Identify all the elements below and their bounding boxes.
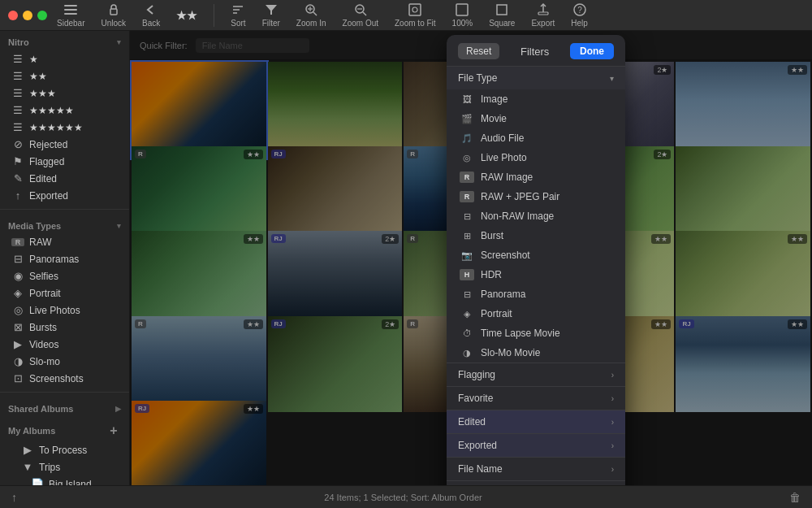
sidebar-item-flagged[interactable]: ⚑ Flagged [3, 153, 126, 170]
sidebar-item-screenshots[interactable]: ⊡ Screenshots [3, 370, 126, 387]
filter-row-flagging[interactable]: Flagging › [447, 363, 625, 387]
square-button[interactable]: Square [489, 2, 515, 28]
filter-portrait[interactable]: ◈ Portrait [447, 304, 625, 323]
zoom-out-button[interactable]: Zoom Out [343, 2, 378, 28]
filter-nonraw[interactable]: ⊟ Non-RAW Image [447, 206, 625, 226]
zoom-100-label: 100% [452, 19, 473, 28]
screenshot-label: Screenshot [481, 250, 530, 261]
sidebar-item-2star[interactable]: ☰ ★★ [3, 67, 126, 85]
sidebar-item-5star[interactable]: ☰ ★★★★★ [3, 102, 126, 119]
filter-raw[interactable]: R RAW Image [447, 167, 625, 187]
sidebar-item-rejected[interactable]: ⊘ Rejected [3, 136, 126, 153]
sort-button[interactable]: Sort [231, 2, 245, 28]
livephoto-icon: ◎ [460, 152, 474, 163]
favorite-label: Favorite [458, 393, 493, 404]
sidebar-exported-label: Exported [29, 190, 68, 202]
timelapse-icon: ⏱ [460, 328, 474, 339]
sidebar-item-raw[interactable]: R RAW [3, 234, 126, 250]
sidebar-item-trips[interactable]: ▼ Trips [3, 458, 126, 475]
export-button[interactable]: Export [531, 2, 555, 28]
filter-row-filename[interactable]: File Name › [447, 458, 625, 481]
my-albums-label: My Albums [8, 426, 55, 436]
slomo-icon: ◑ [11, 355, 24, 367]
sidebar-item-panoramas[interactable]: ⊟ Panoramas [3, 250, 126, 267]
filter-row-exported[interactable]: Exported › [447, 434, 625, 458]
sidebar-item-videos[interactable]: ▶ Videos [3, 336, 126, 353]
add-album-button[interactable]: + [106, 423, 121, 438]
filter-image[interactable]: 🖼 Image [447, 89, 625, 109]
panorama-icon: ⊟ [11, 253, 24, 265]
filter-reset-button[interactable]: Reset [458, 43, 499, 59]
selfies-icon: ◉ [11, 270, 24, 282]
help-button[interactable]: ? Help [571, 2, 588, 28]
shared-albums-label: Shared Albums [8, 404, 73, 414]
statusbar: ↑ 24 Items; 1 Selected; Sort: Album Orde… [0, 485, 812, 508]
trash-icon[interactable]: 🗑 [789, 491, 801, 504]
filter-burst[interactable]: ⊞ Burst [447, 226, 625, 245]
sidebar-item-slomo[interactable]: ◑ Slo-mo [3, 353, 126, 370]
sidebar-5star2-label: ★★★★★★ [29, 122, 83, 133]
sidebar-myalbums-header[interactable]: My Albums + [0, 417, 129, 441]
sidebar-label: Sidebar [57, 19, 84, 28]
sidebar-item-bigisland[interactable]: 📄 Big Island [3, 475, 126, 485]
movie-label: Movie [481, 113, 507, 124]
filter-row-favorite[interactable]: Favorite › [447, 387, 625, 410]
sidebar-item-toprocess[interactable]: ▶ To Process [3, 441, 126, 458]
star3-icon: ☰ [11, 87, 24, 99]
filter-done-button[interactable]: Done [570, 43, 614, 59]
livephoto-label: Live Photo [481, 152, 527, 163]
sidebar-item-bursts[interactable]: ⊠ Bursts [3, 319, 126, 336]
sidebar-shared-header[interactable]: Shared Albums ▶ [0, 397, 129, 417]
fullscreen-button[interactable] [37, 11, 47, 20]
filter-panorama[interactable]: ⊟ Panorama [447, 284, 625, 304]
sidebar-bigisland-label: Big Island [49, 479, 92, 486]
filter-panel-header: Reset Filters Done [447, 35, 625, 67]
filter-rawjpeg[interactable]: R RAW + JPEG Pair [447, 187, 625, 206]
export-label: Export [531, 19, 555, 28]
filter-button[interactable]: Filter [262, 2, 280, 28]
filter-screenshot[interactable]: 📷 Screenshot [447, 245, 625, 265]
unlock-button[interactable]: Unlock [101, 2, 126, 28]
minimize-button[interactable] [23, 11, 32, 20]
sidebar-item-selfies[interactable]: ◉ Selfies [3, 267, 126, 284]
filter-slomo[interactable]: ◑ Slo-Mo Movie [447, 343, 625, 363]
sidebar-item-1star[interactable]: ☰ ★ [3, 50, 126, 67]
sidebar-item-5star2[interactable]: ☰ ★★★★★★ [3, 119, 126, 136]
sidebar-item-exported[interactable]: ↑ Exported [3, 187, 126, 204]
sidebar-item-portrait[interactable]: ◈ Portrait [3, 284, 126, 302]
sidebar-item-edited[interactable]: ✎ Edited [3, 170, 126, 187]
videos-icon: ▶ [11, 338, 24, 350]
help-label: Help [571, 19, 588, 28]
zoom-out-label: Zoom Out [343, 19, 378, 28]
raw-filter-icon: R [460, 172, 474, 183]
close-button[interactable] [8, 11, 18, 20]
star1-icon: ☰ [11, 53, 24, 65]
toolbar-sep-1 [214, 4, 214, 27]
filter-timelapse[interactable]: ⏱ Time Lapse Movie [447, 323, 625, 343]
square-label: Square [489, 19, 515, 28]
back-button[interactable]: Back [142, 2, 160, 28]
zoom-in-button[interactable]: Zoom In [296, 2, 326, 28]
filter-hdr[interactable]: H HDR [447, 265, 625, 284]
slomo-filter-icon: ◑ [460, 347, 474, 358]
share-icon[interactable]: ↑ [11, 491, 17, 504]
sidebar-item-livephotos[interactable]: ◎ Live Photos [3, 302, 126, 319]
screenshot-icon: 📷 [460, 250, 474, 261]
exported-icon: ↑ [11, 189, 24, 202]
svg-line-13 [363, 12, 366, 15]
sidebar-toggle[interactable]: Sidebar [57, 2, 84, 28]
sidebar-item-3star[interactable]: ☰ ★★★ [3, 85, 126, 102]
filter-filetype-header[interactable]: File Type ▾ [447, 67, 625, 89]
zoom-100-button[interactable]: 100% [452, 2, 473, 28]
filter-livephoto[interactable]: ◎ Live Photo [447, 148, 625, 167]
filter-row-edited[interactable]: Edited › [447, 410, 625, 434]
slomo-label: Slo-Mo Movie [481, 347, 540, 358]
sidebar-media-header[interactable]: Media Types ▾ [0, 215, 129, 234]
bigisland-icon: 📄 [31, 478, 44, 485]
zoom-fit-button[interactable]: Zoom to Fit [395, 2, 436, 28]
sidebar-toprocess-label: To Process [39, 445, 87, 456]
filter-movie[interactable]: 🎬 Movie [447, 109, 625, 128]
filter-audio[interactable]: 🎵 Audio File [447, 128, 625, 148]
rawjpeg-label: RAW + JPEG Pair [481, 191, 559, 202]
filter-row-rating[interactable]: Rating › [447, 481, 625, 485]
